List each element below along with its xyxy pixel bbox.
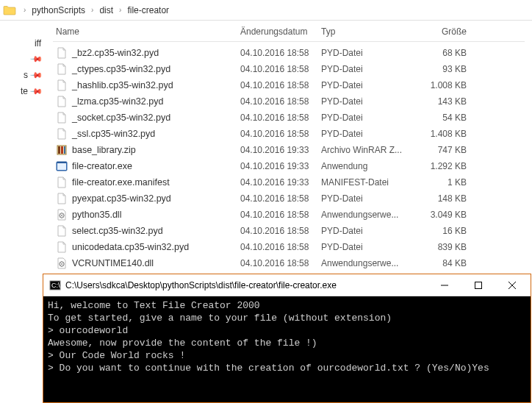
file-size: 93 KB bbox=[417, 64, 475, 74]
breadcrumb-item[interactable]: pythonScripts bbox=[29, 5, 88, 15]
dll-icon bbox=[56, 257, 68, 269]
file-row[interactable]: _ssl.cp35-win32.pyd04.10.2016 18:58PYD-D… bbox=[53, 126, 525, 142]
breadcrumb: › pythonScripts › dist › file-creator bbox=[0, 0, 532, 21]
file-row[interactable]: base_library.zip04.10.2016 19:33Archivo … bbox=[53, 142, 525, 158]
file-type: PYD-Datei bbox=[321, 80, 417, 90]
file-name: pyexpat.cp35-win32.pyd bbox=[72, 193, 171, 204]
column-header-name[interactable]: Name bbox=[53, 26, 240, 37]
file-type: PYD-Datei bbox=[321, 113, 417, 123]
file-name: _ssl.cp35-win32.pyd bbox=[72, 129, 155, 139]
console-icon: C:\ bbox=[49, 279, 61, 291]
file-type: PYD-Datei bbox=[321, 226, 417, 236]
file-row[interactable]: python35.dll04.10.2016 18:58Anwendungser… bbox=[53, 207, 525, 223]
column-header-size[interactable]: Größe bbox=[417, 26, 475, 37]
file-name: file-creator.exe.manifest bbox=[72, 177, 170, 188]
file-size: 148 KB bbox=[417, 193, 475, 204]
file-size: 143 KB bbox=[417, 96, 475, 107]
file-row[interactable]: file-creator.exe.manifest04.10.2016 19:3… bbox=[53, 174, 525, 190]
file-date: 04.10.2016 18:58 bbox=[240, 258, 321, 268]
file-date: 04.10.2016 18:58 bbox=[240, 48, 321, 58]
file-size: 84 KB bbox=[417, 258, 475, 268]
file-icon bbox=[56, 47, 68, 59]
sidebar-item-label: te bbox=[21, 86, 28, 96]
svg-point-8 bbox=[61, 215, 62, 216]
file-date: 04.10.2016 18:58 bbox=[240, 193, 321, 204]
file-row[interactable]: _hashlib.cp35-win32.pyd04.10.2016 18:58P… bbox=[53, 77, 525, 93]
file-row[interactable]: file-creator.exe04.10.2016 19:33Anwendun… bbox=[53, 158, 525, 174]
file-type: PYD-Datei bbox=[321, 48, 417, 58]
file-icon bbox=[56, 96, 68, 107]
sidebar-item[interactable]: iff bbox=[0, 35, 46, 51]
file-date: 04.10.2016 18:58 bbox=[240, 226, 321, 236]
file-size: 1.008 KB bbox=[417, 80, 475, 90]
file-date: 04.10.2016 18:58 bbox=[240, 80, 321, 90]
file-type: PYD-Datei bbox=[321, 96, 417, 107]
file-date: 04.10.2016 18:58 bbox=[240, 242, 321, 252]
file-type: MANIFEST-Datei bbox=[321, 177, 417, 188]
file-name: _hashlib.cp35-win32.pyd bbox=[72, 80, 173, 90]
chevron-right-icon: › bbox=[21, 6, 29, 14]
file-row[interactable]: VCRUNTIME140.dll04.10.2016 18:58Anwendun… bbox=[53, 255, 525, 271]
file-size: 839 KB bbox=[417, 242, 475, 252]
file-size: 747 KB bbox=[417, 145, 475, 155]
file-row[interactable]: _ctypes.cp35-win32.pyd04.10.2016 18:58PY… bbox=[53, 61, 525, 77]
file-size: 16 KB bbox=[417, 226, 475, 236]
file-icon bbox=[56, 112, 68, 124]
file-row[interactable]: select.cp35-win32.pyd04.10.2016 18:58PYD… bbox=[53, 223, 525, 239]
svg-rect-1 bbox=[58, 146, 60, 154]
pin-icon: 📌 bbox=[29, 84, 43, 98]
console-titlebar[interactable]: C:\ C:\Users\sdkca\Desktop\pythonScripts… bbox=[43, 274, 531, 296]
file-size: 1.292 KB bbox=[417, 161, 475, 171]
svg-rect-3 bbox=[64, 146, 65, 154]
file-date: 04.10.2016 18:58 bbox=[240, 129, 321, 139]
sidebar-item[interactable]: s 📌 bbox=[0, 67, 46, 83]
svg-text:C:\: C:\ bbox=[51, 282, 60, 289]
file-icon bbox=[56, 225, 68, 237]
column-headers: Name Änderungsdatum Typ Größe bbox=[53, 26, 525, 42]
file-row[interactable]: _socket.cp35-win32.pyd04.10.2016 18:58PY… bbox=[53, 110, 525, 126]
file-icon bbox=[56, 241, 68, 253]
file-row[interactable]: _bz2.cp35-win32.pyd04.10.2016 18:58PYD-D… bbox=[53, 45, 525, 61]
file-name: python35.dll bbox=[72, 210, 121, 220]
file-icon bbox=[56, 79, 68, 91]
console-title: C:\Users\sdkca\Desktop\pythonScripts\dis… bbox=[65, 280, 428, 290]
file-icon bbox=[56, 176, 68, 188]
dll-icon bbox=[56, 209, 68, 221]
breadcrumb-item[interactable]: dist bbox=[96, 5, 116, 15]
window-controls bbox=[428, 274, 529, 296]
close-button[interactable] bbox=[495, 274, 529, 296]
chevron-right-icon: › bbox=[88, 6, 96, 14]
file-date: 04.10.2016 19:33 bbox=[240, 177, 321, 188]
file-icon bbox=[56, 193, 68, 204]
file-row[interactable]: unicodedata.cp35-win32.pyd04.10.2016 18:… bbox=[53, 239, 525, 255]
file-name: _socket.cp35-win32.pyd bbox=[72, 113, 170, 123]
sidebar-item[interactable]: te 📌 bbox=[0, 83, 46, 99]
file-row[interactable]: pyexpat.cp35-win32.pyd04.10.2016 18:58PY… bbox=[53, 190, 525, 207]
file-name: _bz2.cp35-win32.pyd bbox=[72, 48, 159, 58]
sidebar-item[interactable]: 📌 bbox=[0, 51, 46, 67]
column-header-date[interactable]: Änderungsdatum bbox=[240, 26, 321, 37]
file-name: select.cp35-win32.pyd bbox=[72, 226, 163, 236]
file-name: _ctypes.cp35-win32.pyd bbox=[72, 64, 170, 74]
file-date: 04.10.2016 19:33 bbox=[240, 145, 321, 155]
file-date: 04.10.2016 18:58 bbox=[240, 113, 321, 123]
file-row[interactable]: _lzma.cp35-win32.pyd04.10.2016 18:58PYD-… bbox=[53, 93, 525, 110]
pin-icon: 📌 bbox=[29, 68, 43, 82]
file-name: _lzma.cp35-win32.pyd bbox=[72, 96, 163, 107]
column-header-type[interactable]: Typ bbox=[321, 26, 417, 37]
file-type: PYD-Datei bbox=[321, 242, 417, 252]
file-name: base_library.zip bbox=[72, 145, 136, 155]
chevron-right-icon: › bbox=[116, 6, 124, 14]
file-icon bbox=[56, 63, 68, 75]
file-size: 68 KB bbox=[417, 48, 475, 58]
maximize-button[interactable] bbox=[461, 274, 495, 296]
breadcrumb-item[interactable]: file-creator bbox=[124, 5, 172, 15]
exe-icon bbox=[56, 160, 68, 172]
file-date: 04.10.2016 18:58 bbox=[240, 210, 321, 220]
minimize-button[interactable] bbox=[428, 274, 461, 296]
svg-rect-2 bbox=[61, 146, 63, 154]
file-type: PYD-Datei bbox=[321, 129, 417, 139]
file-size: 54 KB bbox=[417, 113, 475, 123]
console-output[interactable]: Hi, welcome to Text File Creator 2000 To… bbox=[43, 296, 531, 402]
zip-icon bbox=[56, 144, 68, 156]
